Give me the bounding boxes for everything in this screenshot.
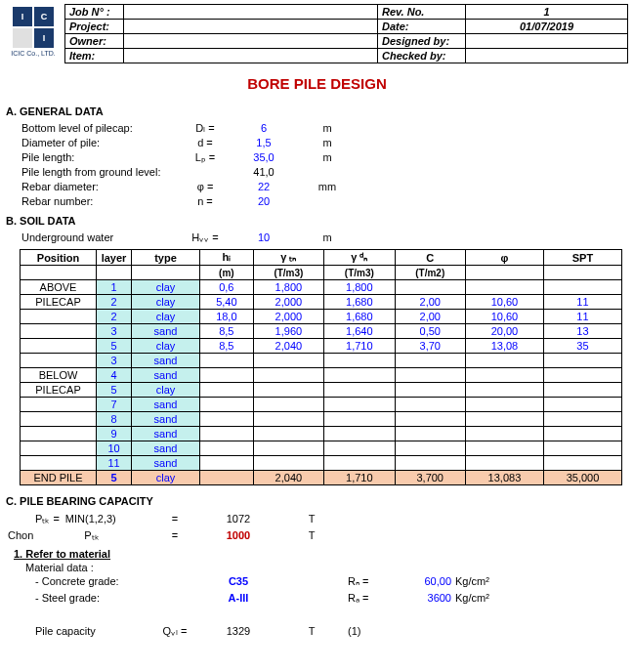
cell-pos <box>21 324 97 339</box>
th-u-m: (m) <box>200 266 254 280</box>
n-value: 20 <box>234 194 293 209</box>
cell-type: clay <box>132 310 200 324</box>
cell-phi <box>465 368 543 383</box>
project-label: Project: <box>65 20 124 34</box>
cell-pos <box>21 339 97 354</box>
pile-capacity-label: Pile capacity <box>33 623 150 640</box>
soil-row: 11sand <box>21 456 622 471</box>
ptk-label: Pₜₖ = <box>35 513 60 525</box>
cell-pos <box>21 412 97 427</box>
phi-label: Rebar diameter: <box>20 180 176 194</box>
rn-label: Rₙ = <box>346 573 385 590</box>
d-label: Diameter of pile: <box>20 136 176 150</box>
cell-gtn <box>253 412 323 427</box>
soil-row: 2clay18,02,0001,6802,0010,6011 <box>21 310 622 324</box>
th-u-tm2: (T/m2) <box>395 266 465 280</box>
cell-gdn <box>324 383 395 398</box>
project-value <box>124 20 378 34</box>
soil-row: PILECAP5clay <box>21 383 622 398</box>
soil-row: 10sand <box>21 441 622 456</box>
cell-c <box>395 412 465 427</box>
cell-type: sand <box>132 354 200 368</box>
cell-pos <box>21 310 97 324</box>
cell-gdn <box>324 441 395 456</box>
th-c: C <box>395 250 465 266</box>
cell-hi <box>200 427 254 441</box>
item-label: Item: <box>65 49 124 63</box>
uw-symbol: Hᵥᵥ = <box>176 231 234 245</box>
cell-pos <box>21 354 97 368</box>
cell-hi: 0,6 <box>200 280 254 295</box>
n-label: Rebar number: <box>20 194 176 209</box>
cell-gtn <box>253 427 323 441</box>
cell-spt: 11 <box>543 310 621 324</box>
cell-c <box>395 398 465 412</box>
cell-phi <box>465 354 543 368</box>
cell-gdn: 1,800 <box>324 280 395 295</box>
cell-gtn: 2,000 <box>253 295 323 310</box>
cell-gdn <box>324 354 395 368</box>
qvl-unit: T <box>277 623 346 640</box>
cell-gdn: 1,680 <box>324 310 395 324</box>
cell-layer: 8 <box>97 412 132 427</box>
cell-type: sand <box>132 412 200 427</box>
revno-value: 1 <box>466 5 628 20</box>
designed-value <box>466 34 628 49</box>
cell-gtn <box>253 354 323 368</box>
owner-value <box>124 34 378 49</box>
rn-value: 60,00 <box>385 573 453 590</box>
cell-gtn <box>253 441 323 456</box>
cell-type: clay <box>132 280 200 295</box>
steel-label: - Steel grade: <box>33 590 150 607</box>
soil-row: ABOVE1clay0,61,8001,800 <box>21 280 622 295</box>
ep-type: clay <box>132 471 200 485</box>
bearing-capacity-grid: Pₜₖ = MIN(1,2,3) = 1072 T Chon Pₜₖ = 100… <box>6 511 628 544</box>
cell-spt <box>543 368 621 383</box>
cell-gdn: 1,680 <box>324 295 395 310</box>
cell-type: sand <box>132 427 200 441</box>
cell-gtn <box>253 383 323 398</box>
rn-unit: Kg/cm² <box>453 573 522 590</box>
cell-hi <box>200 441 254 456</box>
cell-spt <box>543 398 621 412</box>
cell-hi <box>200 354 254 368</box>
concrete-value: C35 <box>199 573 277 590</box>
cell-pos <box>21 398 97 412</box>
pgl-value: 41,0 <box>234 165 293 180</box>
cell-phi: 13,08 <box>465 339 543 354</box>
cell-type: sand <box>132 456 200 471</box>
cell-gdn <box>324 412 395 427</box>
cell-c <box>395 354 465 368</box>
cell-phi <box>465 441 543 456</box>
lp-unit: m <box>293 150 361 165</box>
cell-gdn: 1,710 <box>324 339 395 354</box>
cell-type: clay <box>132 339 200 354</box>
lp-symbol: Lₚ = <box>176 150 234 165</box>
df-label: Bottom level of pilecap: <box>20 121 176 136</box>
item-value <box>124 49 378 63</box>
header-block: IC I ICIC Co., LTD. Job N° : Rev. No. 1 … <box>6 4 628 63</box>
ptk-unit: T <box>277 511 346 527</box>
cell-type: clay <box>132 383 200 398</box>
ep-layer: 5 <box>97 471 132 485</box>
cell-gdn <box>324 456 395 471</box>
cell-c <box>395 456 465 471</box>
cell-hi: 8,5 <box>200 339 254 354</box>
soil-row: 3sand <box>21 354 622 368</box>
cell-c <box>395 383 465 398</box>
cell-type: clay <box>132 295 200 310</box>
material-data-label: Material data : <box>25 562 628 573</box>
cell-gdn: 1,640 <box>324 324 395 339</box>
cell-type: sand <box>132 398 200 412</box>
ep-gdn: 1,710 <box>324 471 395 485</box>
cell-type: sand <box>132 324 200 339</box>
general-data-grid: Bottom level of pilecap:Dₗ =6m Diameter … <box>6 121 628 209</box>
cell-layer: 3 <box>97 354 132 368</box>
cell-phi: 20,00 <box>465 324 543 339</box>
jobno-value <box>124 5 378 20</box>
cell-c <box>395 280 465 295</box>
d-unit: m <box>293 136 361 150</box>
cell-spt <box>543 354 621 368</box>
th-gdn: γ ᵈₙ <box>324 250 395 266</box>
cell-layer: 3 <box>97 324 132 339</box>
